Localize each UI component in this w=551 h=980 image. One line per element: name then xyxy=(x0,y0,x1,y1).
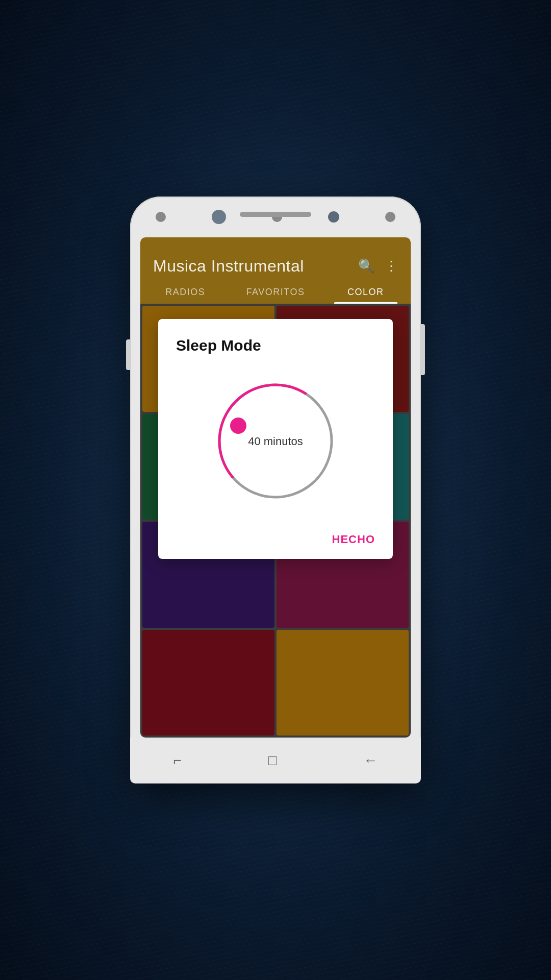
back-icon[interactable]: ← xyxy=(363,752,378,769)
app-bar-icons: 🔍 ⋮ xyxy=(358,258,398,274)
app-title: Musica Instrumental xyxy=(153,257,304,276)
more-options-icon[interactable]: ⋮ xyxy=(385,258,398,274)
sensor-dot xyxy=(212,210,226,224)
tab-radios[interactable]: RADIOS xyxy=(140,281,231,304)
home-icon[interactable]: □ xyxy=(268,752,277,769)
phone-bottom-nav: ⌐ □ ← xyxy=(130,738,421,783)
tab-bar: RADIOS FAVORITOS COLOR xyxy=(140,281,411,304)
circular-slider-svg[interactable]: 40 minutos xyxy=(204,370,347,512)
svg-text:40 minutos: 40 minutos xyxy=(248,435,303,448)
svg-point-3 xyxy=(230,418,246,434)
front-camera-dot xyxy=(156,212,166,222)
camera-dot xyxy=(328,211,339,223)
indicator-dot-2 xyxy=(385,212,395,222)
recent-apps-icon[interactable]: ⌐ xyxy=(173,752,182,769)
dialog-actions: HECHO xyxy=(176,528,375,546)
dialog-overlay: Sleep Mode 40 minutos H xyxy=(140,304,411,738)
phone-speaker xyxy=(240,212,311,217)
circular-slider-container[interactable]: 40 minutos xyxy=(176,370,375,512)
dialog-title: Sleep Mode xyxy=(176,337,375,354)
sleep-mode-dialog: Sleep Mode 40 minutos H xyxy=(158,319,393,559)
search-icon[interactable]: 🔍 xyxy=(358,258,374,274)
tab-color[interactable]: COLOR xyxy=(320,281,411,304)
app-bar: Musica Instrumental 🔍 ⋮ RADIOS FAVORITOS… xyxy=(140,237,411,304)
phone-frame: Musica Instrumental 🔍 ⋮ RADIOS FAVORITOS… xyxy=(130,197,421,783)
done-button[interactable]: HECHO xyxy=(332,533,375,546)
tab-favoritos[interactable]: FAVORITOS xyxy=(231,281,321,304)
phone-screen: Musica Instrumental 🔍 ⋮ RADIOS FAVORITOS… xyxy=(140,237,411,738)
volume-button xyxy=(126,339,130,370)
phone-top-bar xyxy=(130,197,421,237)
power-button xyxy=(421,324,425,375)
